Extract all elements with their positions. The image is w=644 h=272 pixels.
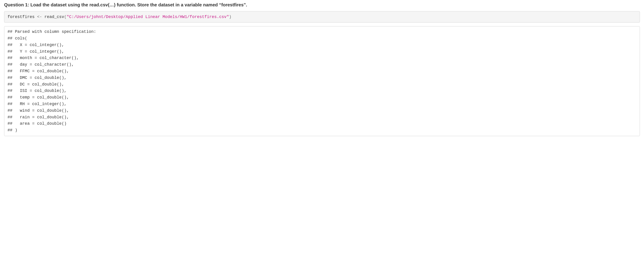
code-token-lparen: ( — [64, 15, 66, 19]
code-token-assign: <- — [37, 15, 42, 19]
code-token-space — [42, 15, 44, 19]
code-output-block: ## Parsed with column specification: ## … — [4, 26, 640, 136]
document-page: Question 1: Load the dataset using the r… — [0, 0, 644, 144]
question-heading: Question 1: Load the dataset using the r… — [4, 2, 640, 8]
code-output: ## Parsed with column specification: ## … — [8, 30, 96, 132]
code-token-string: "C:/Users/johnt/Desktop/Applied Linear M… — [66, 15, 229, 19]
code-input-block: forestfires <- read_csv("C:/Users/johnt/… — [4, 11, 640, 23]
code-token-func: read_csv — [44, 15, 64, 19]
code-token-var: forestfires — [8, 15, 37, 19]
code-input: forestfires <- read_csv("C:/Users/johnt/… — [8, 15, 232, 19]
code-token-rparen: ) — [229, 15, 232, 19]
